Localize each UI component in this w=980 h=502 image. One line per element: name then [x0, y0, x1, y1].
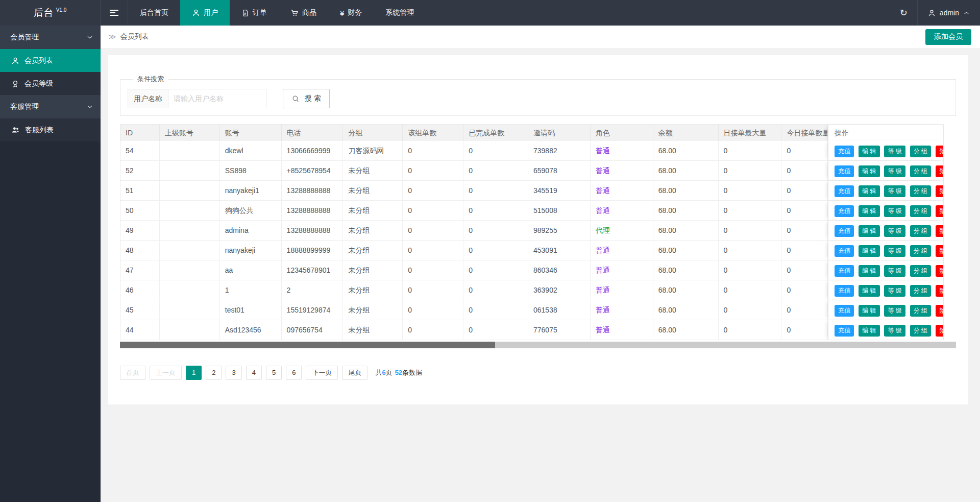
recharge-button[interactable]: 充值	[835, 165, 854, 177]
table-row: 44 Asd123456 097656754 未分组 0 0 776075 普通…	[120, 320, 943, 340]
next-page-button[interactable]: 下一页	[306, 366, 338, 380]
level-button[interactable]: 等 级	[884, 205, 905, 217]
sidebar-item-service-list[interactable]: 客服列表	[0, 118, 101, 141]
recharge-button[interactable]: 充值	[835, 305, 854, 317]
page-number-button[interactable]: 3	[226, 366, 241, 380]
horizontal-scrollbar-thumb[interactable]	[120, 342, 495, 348]
prev-page-button[interactable]: 上一页	[150, 366, 182, 380]
nav-item-system[interactable]: 系统管理	[374, 0, 426, 26]
nav-item-users[interactable]: 用户	[180, 0, 230, 26]
sidebar-group-service-management[interactable]: 客服管理	[0, 95, 101, 118]
edit-button[interactable]: 编 辑	[859, 185, 879, 197]
table-row: 54 dkewl 13066669999 刀客源码网 0 0 739882 普通…	[120, 141, 943, 161]
recharge-button[interactable]: 充值	[835, 185, 854, 197]
group-button[interactable]: 分 组	[910, 146, 931, 157]
first-page-button[interactable]: 首页	[120, 366, 145, 380]
disable-button[interactable]: 禁用	[936, 305, 943, 317]
edit-button[interactable]: 编 辑	[859, 165, 879, 177]
refresh-icon: ↻	[900, 8, 908, 17]
recharge-button[interactable]: 充值	[835, 265, 854, 277]
disable-button[interactable]: 禁用	[936, 225, 943, 237]
hamburger-icon	[110, 10, 118, 16]
page-number-button[interactable]: 6	[286, 366, 302, 380]
recharge-button[interactable]: 充值	[835, 245, 854, 257]
disable-button[interactable]: 禁用	[936, 205, 943, 217]
search-button[interactable]: 搜 索	[283, 89, 330, 108]
table-row: 47 aa 12345678901 未分组 0 0 860346 普通 68.0…	[120, 260, 943, 280]
level-button[interactable]: 等 级	[884, 285, 905, 297]
edit-button[interactable]: 编 辑	[859, 265, 879, 277]
group-button[interactable]: 分 组	[910, 305, 931, 317]
sidebar-group-member-management[interactable]: 会员管理	[0, 26, 101, 49]
col-parent: 上级账号	[160, 125, 220, 141]
group-button[interactable]: 分 组	[910, 265, 931, 277]
user-icon	[11, 57, 19, 65]
group-button[interactable]: 分 组	[910, 185, 931, 197]
row-actions: 充值 编 辑 等 级 分 组 禁用	[828, 181, 943, 200]
disable-button[interactable]: 禁用	[936, 265, 943, 277]
edit-button[interactable]: 编 辑	[859, 225, 879, 237]
row-actions: 充值 编 辑 等 级 分 组 禁用	[828, 161, 943, 180]
navbar-right: ↻ admin	[890, 0, 980, 26]
nav-item-orders[interactable]: 订单	[230, 0, 279, 26]
group-button[interactable]: 分 组	[910, 205, 931, 217]
main-area: ≫ 会员列表 添加会员 条件搜索 用户名称 搜 索	[101, 26, 980, 502]
group-button[interactable]: 分 组	[910, 285, 931, 297]
username-input[interactable]	[168, 89, 266, 108]
page-number-button[interactable]: 2	[206, 366, 222, 380]
row-actions: 充值 编 辑 等 级 分 组 禁用	[828, 201, 943, 220]
disable-button[interactable]: 禁用	[936, 165, 943, 177]
page-number-button[interactable]: 5	[266, 366, 282, 380]
level-button[interactable]: 等 级	[884, 325, 905, 337]
user-menu[interactable]: admin	[918, 0, 980, 26]
edit-button[interactable]: 编 辑	[859, 305, 879, 317]
level-button[interactable]: 等 级	[884, 245, 905, 257]
add-member-button[interactable]: 添加会员	[925, 29, 971, 45]
level-button[interactable]: 等 级	[884, 305, 905, 317]
nav-item-goods[interactable]: 商品	[279, 0, 328, 26]
logo-text: 后台	[34, 6, 54, 19]
disable-button[interactable]: 禁用	[936, 325, 943, 337]
last-page-button[interactable]: 尾页	[342, 366, 368, 380]
level-button[interactable]: 等 级	[884, 225, 905, 237]
group-button[interactable]: 分 组	[910, 245, 931, 257]
level-button[interactable]: 等 级	[884, 146, 905, 157]
refresh-button[interactable]: ↻	[890, 0, 917, 26]
group-button[interactable]: 分 组	[910, 325, 931, 337]
level-button[interactable]: 等 级	[884, 265, 905, 277]
sidebar-item-member-level[interactable]: 会员等级	[0, 72, 101, 95]
edit-button[interactable]: 编 辑	[859, 245, 879, 257]
edit-button[interactable]: 编 辑	[859, 325, 879, 337]
disable-button[interactable]: 禁用	[936, 146, 943, 157]
sidebar-toggle-button[interactable]	[101, 0, 128, 26]
breadcrumb-bar: ≫ 会员列表 添加会员	[101, 26, 980, 48]
recharge-button[interactable]: 充值	[835, 146, 854, 157]
level-button[interactable]: 等 级	[884, 165, 905, 177]
col-role: 角色	[591, 125, 653, 141]
app-logo[interactable]: 后台 V1.0	[0, 0, 101, 26]
edit-button[interactable]: 编 辑	[859, 146, 879, 157]
disable-button[interactable]: 禁用	[936, 285, 943, 297]
page-number-button[interactable]: 1	[186, 366, 202, 380]
breadcrumb: 会员列表	[120, 32, 149, 41]
recharge-button[interactable]: 充值	[835, 285, 854, 297]
edit-button[interactable]: 编 辑	[859, 205, 879, 217]
search-button-label: 搜 索	[305, 94, 321, 103]
group-button[interactable]: 分 组	[910, 165, 931, 177]
page-number-button[interactable]: 4	[246, 366, 262, 380]
table-row: 52 SS898 +8525678954 未分组 0 0 659078 普通 6…	[120, 161, 943, 181]
recharge-button[interactable]: 充值	[835, 205, 854, 217]
disable-button[interactable]: 禁用	[936, 245, 943, 257]
nav-item-home[interactable]: 后台首页	[128, 0, 180, 26]
disable-button[interactable]: 禁用	[936, 185, 943, 197]
recharge-button[interactable]: 充值	[835, 225, 854, 237]
nav-item-finance[interactable]: ¥ 财务	[328, 0, 374, 26]
recharge-button[interactable]: 充值	[835, 325, 854, 337]
level-button[interactable]: 等 级	[884, 185, 905, 197]
col-actions: 操作	[828, 125, 943, 141]
group-button[interactable]: 分 组	[910, 225, 931, 237]
edit-button[interactable]: 编 辑	[859, 285, 879, 297]
medal-icon	[11, 80, 19, 88]
sidebar-item-member-list[interactable]: 会员列表	[0, 49, 101, 72]
horizontal-scrollbar[interactable]	[120, 342, 956, 348]
